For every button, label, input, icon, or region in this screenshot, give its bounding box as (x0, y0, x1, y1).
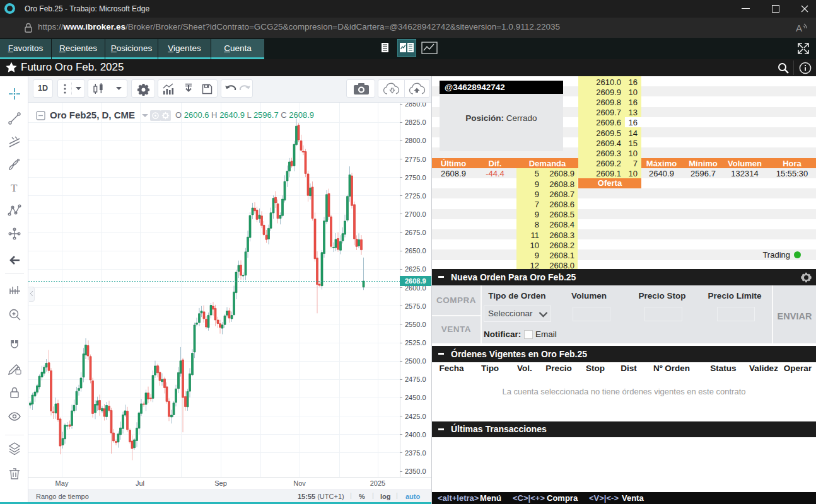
svg-text:2700.0: 2700.0 (405, 210, 426, 218)
svg-text:2425.0: 2425.0 (405, 413, 426, 420)
svg-text:2725.0: 2725.0 (405, 192, 426, 200)
svg-text:2850.0: 2850.0 (405, 103, 426, 108)
svg-text:Sep: Sep (214, 479, 227, 487)
svg-text:2650.0: 2650.0 (405, 247, 426, 255)
svg-text:2025: 2025 (370, 479, 385, 487)
svg-text:2825.0: 2825.0 (405, 118, 426, 126)
svg-text:2608.9: 2608.9 (405, 277, 426, 285)
svg-text:May: May (55, 479, 69, 487)
svg-text:Jul: Jul (136, 479, 144, 487)
svg-text:2625.0: 2625.0 (405, 265, 426, 273)
svg-text:2350.0: 2350.0 (405, 467, 426, 475)
svg-text:2400.0: 2400.0 (405, 431, 426, 438)
svg-text:T: T (11, 182, 18, 194)
svg-text:2450.0: 2450.0 (405, 394, 426, 401)
svg-text:Nov: Nov (293, 479, 306, 487)
svg-text:2675.0: 2675.0 (405, 229, 426, 236)
svg-text:A: A (796, 23, 802, 33)
svg-text:2375.0: 2375.0 (405, 449, 426, 457)
svg-text:2525.0: 2525.0 (405, 339, 426, 346)
svg-text:2800.0: 2800.0 (405, 137, 426, 144)
svg-text:2475.0: 2475.0 (405, 375, 426, 383)
svg-text:2550.0: 2550.0 (405, 321, 426, 328)
svg-text:2575.0: 2575.0 (405, 302, 426, 310)
